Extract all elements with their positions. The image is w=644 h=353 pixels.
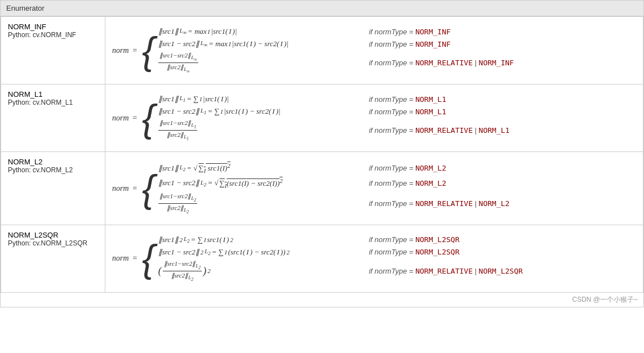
equals-sign: = (132, 46, 137, 55)
case-formula: ‖src1 − src2‖2L2 = ∑I(src1(I) − src2(I))… (158, 248, 356, 257)
main-table: Enumerator NORM_INFPython: cv.NORM_INFno… (0, 0, 644, 307)
formula-cell: norm={‖src1‖L2 = √∑I src1(I)2if normType… (105, 152, 643, 225)
enum-cell: NORM_L2Python: cv.NORM_L2 (1, 152, 105, 225)
enum-cell: NORM_INFPython: cv.NORM_INF (1, 17, 105, 84)
case-row: ‖src1 − src2‖2L2 = ∑I(src1(I) − src2(I))… (158, 248, 523, 257)
case-condition: if normType = NORM_L2SQR (369, 248, 460, 256)
cases-list: ‖src1‖L1 = ∑I |src1(I)|if normType = NOR… (158, 95, 510, 141)
big-brace: { (142, 239, 155, 278)
cases-list: ‖src1‖2L2 = ∑I src1(I)2if normType = NOR… (158, 235, 523, 282)
case-condition: if normType = NORM_RELATIVE | NORM_L2SQR (369, 267, 523, 275)
case-condition: if normType = NORM_INF (369, 40, 451, 48)
case-formula: ‖src1‖L1 = ∑I |src1(I)| (158, 95, 356, 104)
case-formula: ‖src1‖L2 = √∑I src1(I)2 (158, 162, 356, 174)
equals-sign: = (132, 184, 137, 193)
case-row: ‖src1‖L1 = ∑I |src1(I)|if normType = NOR… (158, 95, 510, 104)
case-row: ‖src1−src2‖L2―‖src2‖L2if normType = NORM… (158, 193, 510, 215)
case-formula: ‖src1‖L∞ = maxI |src1(I)| (158, 27, 356, 36)
norm-label: norm (112, 114, 129, 123)
big-brace: { (142, 169, 155, 208)
enum-name: NORM_INF (8, 23, 98, 31)
enum-name: NORM_L1 (8, 90, 98, 99)
case-formula: ‖src1 − src2‖L∞ = maxI |src1(I) − src2(I… (158, 39, 356, 48)
table-header: Enumerator (1, 1, 643, 16)
case-formula: ‖src1 − src2‖L1 = ∑I |src1(I) − src2(I)| (158, 107, 356, 116)
case-condition: if normType = NORM_L1 (369, 95, 446, 104)
case-row: ‖src1 − src2‖L1 = ∑I |src1(I) − src2(I)|… (158, 107, 510, 116)
equals-sign: = (132, 114, 137, 123)
enum-cell: NORM_L1Python: cv.NORM_L1 (1, 84, 105, 152)
cases-list: ‖src1‖L2 = √∑I src1(I)2if normType = NOR… (158, 162, 510, 215)
case-row: (‖src1−src2‖L2―‖src2‖L2)2if normType = N… (158, 260, 523, 282)
norm-label: norm (112, 184, 129, 193)
case-formula: ‖src1 − src2‖L2 = √∑I(src1(I) − src2(I))… (158, 177, 356, 189)
case-condition: if normType = NORM_L2 (369, 179, 446, 187)
case-row: ‖src1−src2‖L1―‖src2‖L1if normType = NORM… (158, 119, 510, 141)
case-condition: if normType = NORM_RELATIVE | NORM_L2 (369, 199, 510, 208)
enum-python: Python: cv.NORM_L2SQR (8, 239, 98, 247)
case-condition: if normType = NORM_RELATIVE | NORM_INF (369, 59, 514, 67)
case-formula: (‖src1−src2‖L2―‖src2‖L2)2 (158, 260, 356, 282)
table-row: NORM_L1Python: cv.NORM_L1norm={‖src1‖L1 … (1, 84, 643, 152)
case-row: ‖src1‖L2 = √∑I src1(I)2if normType = NOR… (158, 162, 510, 174)
case-condition: if normType = NORM_RELATIVE | NORM_L1 (369, 126, 510, 135)
enum-name: NORM_L2SQR (8, 231, 98, 239)
case-condition: if normType = NORM_L2SQR (369, 235, 460, 244)
cases-list: ‖src1‖L∞ = maxI |src1(I)|if normType = N… (158, 27, 514, 74)
case-condition: if normType = NORM_L1 (369, 108, 446, 116)
norm-label: norm (112, 254, 129, 263)
watermark: CSDN @一个小猴子~ (1, 293, 643, 307)
enum-python: Python: cv.NORM_INF (8, 31, 98, 39)
case-row: ‖src1 − src2‖L2 = √∑I(src1(I) − src2(I))… (158, 177, 510, 189)
formula-cell: norm={‖src1‖L∞ = maxI |src1(I)|if normTy… (105, 17, 643, 84)
enum-table: NORM_INFPython: cv.NORM_INFnorm={‖src1‖L… (1, 16, 643, 293)
case-formula: ‖src1−src2‖L2―‖src2‖L2 (158, 193, 356, 215)
big-brace: { (142, 32, 155, 70)
case-row: ‖src1 − src2‖L∞ = maxI |src1(I) − src2(I… (158, 39, 514, 48)
enum-python: Python: cv.NORM_L2 (8, 166, 98, 174)
case-formula: ‖src1‖2L2 = ∑I src1(I)2 (158, 235, 356, 244)
formula-cell: norm={‖src1‖L1 = ∑I |src1(I)|if normType… (105, 84, 643, 152)
table-row: NORM_L2SQRPython: cv.NORM_L2SQRnorm={‖sr… (1, 225, 643, 292)
case-formula: ‖src1−src2‖L1―‖src2‖L1 (158, 119, 356, 141)
enum-python: Python: cv.NORM_L1 (8, 99, 98, 106)
table-row: NORM_L2Python: cv.NORM_L2norm={‖src1‖L2 … (1, 152, 643, 225)
enum-name: NORM_L2 (8, 158, 98, 166)
case-row: ‖src1‖2L2 = ∑I src1(I)2if normType = NOR… (158, 235, 523, 244)
norm-label: norm (112, 46, 129, 55)
case-formula: ‖src1−src2‖L∞―‖src2‖L∞ (158, 52, 356, 74)
case-row: ‖src1−src2‖L∞―‖src2‖L∞if normType = NORM… (158, 52, 514, 74)
big-brace: { (142, 99, 155, 137)
case-condition: if normType = NORM_L2 (369, 164, 446, 172)
case-condition: if normType = NORM_INF (369, 28, 451, 36)
table-row: NORM_INFPython: cv.NORM_INFnorm={‖src1‖L… (1, 17, 643, 84)
case-row: ‖src1‖L∞ = maxI |src1(I)|if normType = N… (158, 27, 514, 36)
enum-cell: NORM_L2SQRPython: cv.NORM_L2SQR (1, 225, 105, 292)
formula-cell: norm={‖src1‖2L2 = ∑I src1(I)2if normType… (105, 225, 643, 292)
equals-sign: = (132, 254, 137, 263)
